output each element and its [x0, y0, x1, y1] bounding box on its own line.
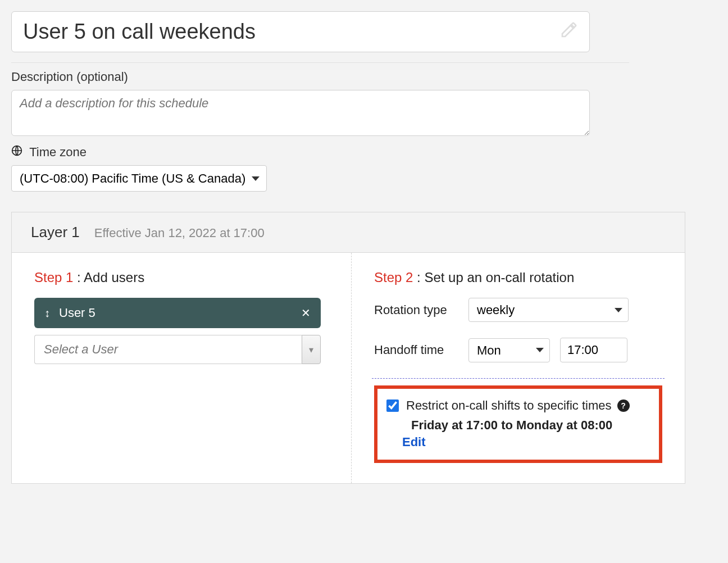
user-select-dropdown-icon[interactable]: ▾ — [302, 335, 321, 364]
layer-title: Layer 1 — [31, 224, 80, 241]
handoff-time-label: Handoff time — [374, 343, 458, 357]
step2-label: Step 2 : Set up an on-call rotation — [374, 270, 662, 285]
layer-header: Layer 1 Effective Jan 12, 2022 at 17:00 — [12, 212, 685, 253]
schedule-title-text: User 5 on call weekends — [23, 20, 256, 44]
timezone-label: Time zone — [11, 145, 717, 160]
restrict-checkbox[interactable] — [386, 399, 399, 412]
layer-panel: Layer 1 Effective Jan 12, 2022 at 17:00 … — [11, 212, 685, 484]
divider — [372, 378, 665, 379]
user-chip-name: User 5 — [59, 306, 301, 320]
restrict-detail: Friday at 17:00 to Monday at 08:00 — [411, 418, 650, 433]
timezone-select[interactable]: (UTC-08:00) Pacific Time (US & Canada) — [11, 165, 267, 192]
restrict-box: Restrict on-call shifts to specific time… — [374, 385, 662, 463]
user-chip[interactable]: ↕ User 5 ✕ — [34, 298, 321, 328]
remove-user-icon[interactable]: ✕ — [301, 306, 311, 320]
pencil-icon[interactable] — [560, 20, 578, 44]
step1-label: Step 1 : Add users — [34, 270, 329, 285]
user-select-input[interactable]: Select a User — [34, 335, 302, 364]
rotation-type-select[interactable]: weekly — [468, 298, 629, 322]
handoff-day-select[interactable]: Mon — [468, 338, 550, 362]
layer-effective: Effective Jan 12, 2022 at 17:00 — [94, 226, 265, 240]
description-label: Description (optional) — [11, 70, 717, 84]
restrict-label: Restrict on-call shifts to specific time… — [406, 398, 612, 413]
user-select[interactable]: Select a User ▾ — [34, 335, 321, 364]
schedule-title-field[interactable]: User 5 on call weekends — [11, 11, 590, 52]
rotation-type-label: Rotation type — [374, 303, 458, 317]
description-input[interactable] — [11, 90, 590, 136]
drag-handle-icon[interactable]: ↕ — [44, 307, 50, 320]
handoff-time-input[interactable] — [560, 338, 627, 362]
help-icon[interactable]: ? — [617, 399, 630, 412]
edit-restrict-link[interactable]: Edit — [402, 435, 650, 450]
globe-icon — [11, 145, 26, 159]
